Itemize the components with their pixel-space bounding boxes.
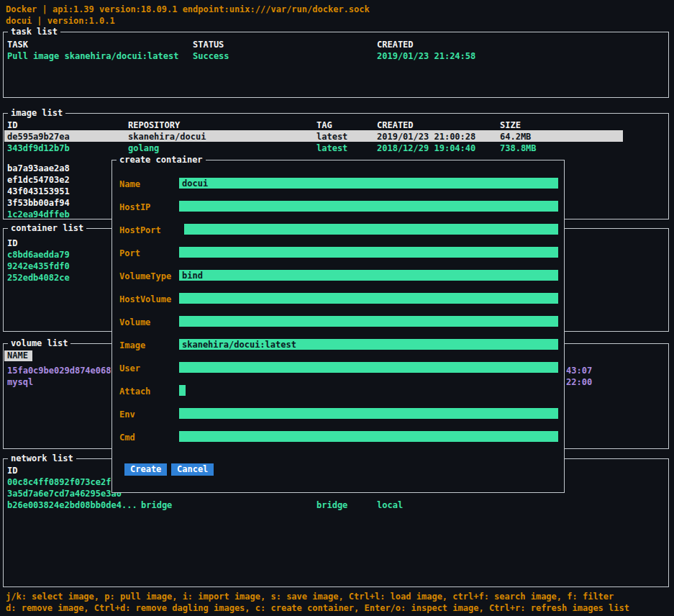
container-id-cell: 252edb4082ce <box>7 273 70 283</box>
image-id-cell: ef1dc54703e2 <box>7 175 70 185</box>
image-id-cell: 43f043153951 <box>7 186 70 196</box>
column-header-tag: TAG <box>316 120 332 130</box>
field-cmd-label: Cmd <box>119 432 135 443</box>
column-header-size: SIZE <box>500 120 521 130</box>
field-volume-input[interactable] <box>179 316 558 327</box>
field-port: Port <box>112 247 564 258</box>
field-name-input[interactable]: docui <box>179 178 558 189</box>
field-hostvolume-label: HostVolume <box>119 294 171 304</box>
field-user-label: User <box>119 363 140 373</box>
field-hostvolume: HostVolume <box>112 293 564 304</box>
image-tag-cell: latest <box>316 132 347 142</box>
column-header-task: TASK <box>7 40 28 50</box>
create-button[interactable]: Create <box>124 463 167 476</box>
field-image-input[interactable]: skanehira/docui:latest <box>179 339 558 350</box>
create-container-dialog-title: create container <box>117 155 206 165</box>
field-port-label: Port <box>119 248 140 258</box>
column-header-id: ID <box>7 120 17 130</box>
field-image: Image skanehira/docui:latest <box>112 339 564 350</box>
cancel-button[interactable]: Cancel <box>171 463 214 476</box>
task-row[interactable]: Pull image skanehira/docui:latest Succes… <box>0 51 674 63</box>
field-user: User <box>112 362 564 373</box>
network-list-panel-title: network list <box>8 453 76 463</box>
task-status-cell: Success <box>193 51 229 61</box>
field-volumetype: VolumeType bind <box>112 270 564 281</box>
task-list-panel-title: task list <box>8 27 60 37</box>
field-hostip: HostIP <box>112 201 564 212</box>
volume-created-time-fragment: 22:00 <box>566 377 592 387</box>
field-env: Env <box>112 408 564 420</box>
task-name-cell: Pull image skanehira/docui:latest <box>7 51 178 61</box>
network-scope-cell: local <box>377 500 403 510</box>
image-created-cell: 2019/01/23 21:00:28 <box>377 132 475 142</box>
field-volume: Volume <box>112 316 564 327</box>
field-hostport-input[interactable] <box>179 224 558 235</box>
field-port-input[interactable] <box>179 247 558 258</box>
field-cmd: Cmd <box>112 431 564 443</box>
task-created-cell: 2019/01/23 21:24:58 <box>377 51 475 61</box>
field-hostip-input[interactable] <box>179 201 558 212</box>
create-container-dialog: create container Name docui HostIP HostP… <box>111 160 565 493</box>
image-tag-cell: latest <box>316 143 347 153</box>
image-id-cell: de595a9b27ea <box>7 132 70 142</box>
image-size-cell: 64.2MB <box>500 132 531 142</box>
image-row-selected[interactable]: de595a9b27ea skanehira/docui latest 2019… <box>0 132 674 143</box>
image-size-cell: 738.8MB <box>500 143 537 153</box>
volume-list-panel-title: volume list <box>8 338 70 348</box>
field-name: Name docui <box>112 178 564 189</box>
container-list-panel-title: container list <box>8 223 86 233</box>
image-created-cell: 2018/12/29 19:04:40 <box>377 143 475 153</box>
field-attach-checkbox[interactable] <box>179 385 186 396</box>
container-id-cell: c8bd6aedda79 <box>7 250 70 260</box>
field-cmd-input[interactable] <box>179 431 558 442</box>
image-id-cell: ba7a93aae2a8 <box>7 163 70 173</box>
field-attach-label: Attach <box>119 386 150 397</box>
column-header-created: CREATED <box>377 120 414 130</box>
column-header-created: CREATED <box>377 40 414 50</box>
field-hostport-label: HostPort <box>119 225 161 235</box>
field-name-label: Name <box>119 179 140 189</box>
field-user-input[interactable] <box>179 362 558 373</box>
field-hostport: HostPort <box>112 224 564 235</box>
column-header-status: STATUS <box>193 40 224 50</box>
network-driver-cell: bridge <box>316 500 347 510</box>
field-image-label: Image <box>119 340 145 350</box>
help-line-2: d: remove image, Ctrl+d: remove dagling … <box>6 603 629 613</box>
image-list-panel-title: image list <box>8 108 65 118</box>
help-line-1: j/k: select image, p: pull image, i: imp… <box>6 592 614 602</box>
docui-terminal-screen: Docker | api:1.39 version:18.09.1 endpoi… <box>0 0 674 616</box>
field-volume-label: Volume <box>119 317 150 327</box>
network-id-cell: 3a5d7a6e7cd7a46295e3a0 <box>7 489 122 499</box>
volume-created-time-fragment: 43:07 <box>566 366 592 376</box>
field-volumetype-label: VolumeType <box>119 271 171 281</box>
column-header-id: ID <box>7 466 17 476</box>
task-list-header-row: TASK STATUS CREATED <box>0 40 674 51</box>
network-id-cell: b26e003824e2bd08bb0de4... <box>7 500 137 510</box>
docui-version-line: docui | version:1.0.1 <box>6 16 115 26</box>
docker-info-line: Docker | api:1.39 version:18.09.1 endpoi… <box>6 4 370 14</box>
column-header-id: ID <box>7 238 17 248</box>
image-id-cell: 3f53bb00af94 <box>7 198 70 208</box>
column-header-name: NAME <box>4 350 32 361</box>
volume-name-cell: 15fa0c9be029d874e0687f <box>7 366 122 376</box>
network-row[interactable]: b26e003824e2bd08bb0de4... bridge bridge … <box>0 500 674 512</box>
column-header-repository: REPOSITORY <box>128 120 180 130</box>
field-env-label: Env <box>119 409 135 420</box>
field-volumetype-input[interactable]: bind <box>179 270 558 281</box>
field-attach: Attach <box>112 385 564 397</box>
field-env-input[interactable] <box>179 408 558 419</box>
field-hostvolume-input[interactable] <box>179 293 558 304</box>
image-row[interactable]: 343df9d12b7b golang latest 2018/12/29 19… <box>0 143 674 155</box>
image-repository-cell: skanehira/docui <box>128 132 206 142</box>
field-hostip-label: HostIP <box>119 202 150 212</box>
image-id-cell: 1c2ea94dffeb <box>7 209 70 219</box>
network-id-cell: 00c8c4ff0892f073ce2f54 <box>7 477 122 487</box>
volume-name-cell: mysql <box>7 377 33 387</box>
container-id-cell: 9242e435fdf0 <box>7 261 70 271</box>
image-repository-cell: golang <box>128 143 159 153</box>
network-name-cell: bridge <box>141 500 172 510</box>
image-id-cell: 343df9d12b7b <box>7 143 70 153</box>
